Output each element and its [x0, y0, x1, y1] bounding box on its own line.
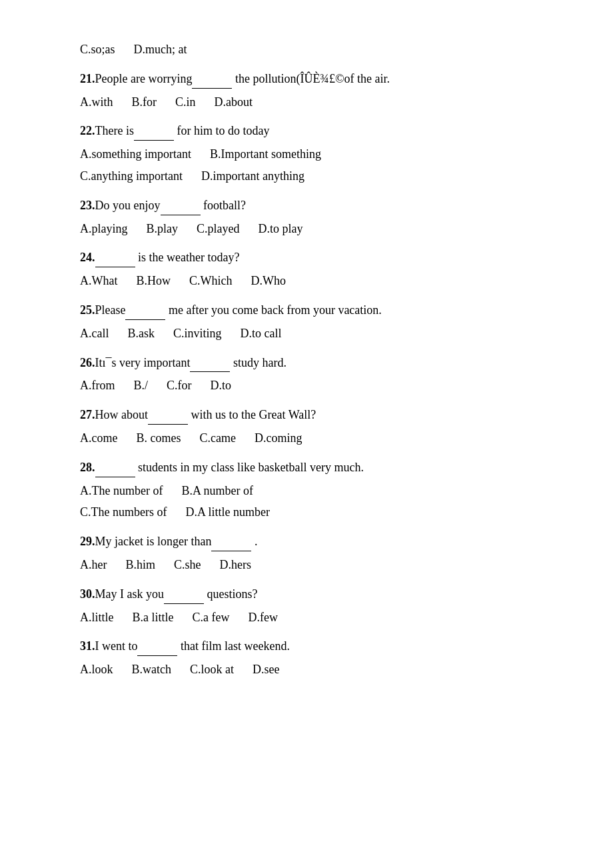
option-0-0-3: D.about — [215, 93, 253, 112]
question-after-text-5: study hard. — [233, 356, 287, 369]
option-9-0-0: A.little — [80, 608, 114, 627]
question-number-1: 22. — [80, 124, 95, 137]
question-number-10: 31. — [80, 639, 95, 653]
question-text-5: 26.Itı¯s very important study hard. — [80, 353, 546, 373]
option-1-1-0: C.anything important — [80, 167, 183, 186]
question-number-3: 24. — [80, 251, 95, 264]
option-7-0-0: A.The number of — [80, 481, 163, 501]
option-10-0-0: A.look — [80, 660, 113, 679]
blank-4 — [125, 300, 165, 320]
question-31: 31.I went to that film last weekend.A.lo… — [80, 636, 546, 679]
options-row-1-0: A.something importantB.Important somethi… — [80, 145, 546, 164]
question-number-0: 21. — [80, 72, 95, 85]
blank-1 — [134, 121, 174, 141]
option-8-0-0: A.her — [80, 555, 107, 575]
option-2-0-0: A.playing — [80, 219, 128, 239]
blank-8 — [211, 531, 251, 551]
options-row-7-1: C.The numbers ofD.A little number — [80, 503, 546, 522]
option-6-0-0: A.come — [80, 429, 117, 448]
question-text-6: 27.How about with us to the Great Wall? — [80, 405, 546, 425]
option-2-0-1: B.play — [147, 219, 179, 239]
option-2-0-2: C.played — [197, 219, 240, 239]
option-7-0-1: B.A number of — [181, 481, 253, 501]
options-row-2-0: A.playingB.playC.playedD.to play — [80, 219, 546, 239]
question-after-text-10: that film last weekend. — [181, 639, 290, 653]
option-8-0-1: B.him — [125, 555, 155, 575]
question-after-text-3: is the weather today? — [138, 251, 239, 264]
option-4-0-1: B.ask — [127, 324, 155, 343]
option-1-0-0: A.something important — [80, 145, 191, 164]
options-row-10-0: A.lookB.watchC.look atD.see — [80, 660, 546, 679]
options-row-4-0: A.callB.askC.invitingD.to call — [80, 324, 546, 343]
option-6-0-1: B. comes — [136, 429, 181, 448]
option-6-0-2: C.came — [199, 429, 235, 448]
blank-0 — [192, 69, 232, 89]
option-6-0-3: D.coming — [255, 429, 303, 448]
option-7-1-1: D.A little number — [185, 503, 269, 522]
option-3-0-0: A.What — [80, 271, 117, 291]
options-row-7-0: A.The number ofB.A number of — [80, 481, 546, 501]
option-1-0-1: B.Important something — [210, 145, 321, 164]
question-after-text-2: football? — [203, 199, 246, 212]
option-9-0-1: B.a little — [133, 608, 174, 627]
option-10-0-2: C.look at — [190, 660, 234, 679]
question-text-8: 29.My jacket is longer than . — [80, 531, 546, 551]
question-text-10: 31.I went to that film last weekend. — [80, 636, 546, 656]
option-8-0-3: D.hers — [220, 555, 252, 575]
option-5-0-1: B./ — [134, 376, 149, 395]
question-22: 22.There is for him to do todayA.somethi… — [80, 121, 546, 185]
option-10-0-3: D.see — [253, 660, 279, 679]
option-0-0-2: C.in — [175, 93, 196, 112]
option-0-0-0: A.with — [80, 93, 113, 112]
options-row-3-0: A.WhatB.HowC.WhichD.Who — [80, 271, 546, 291]
question-number-2: 23. — [80, 199, 95, 212]
question-27: 27.How about with us to the Great Wall?A… — [80, 405, 546, 448]
option-8-0-2: C.she — [174, 555, 201, 575]
option-4-0-2: C.inviting — [173, 324, 222, 343]
option-3-0-3: D.Who — [251, 271, 287, 291]
blank-2 — [161, 195, 201, 215]
question-after-text-0: the pollution(ÎÛÈ¾£©of the air. — [235, 72, 390, 85]
question-text-0: 21.People are worrying the pollution(ÎÛÈ… — [80, 69, 546, 89]
options-row-8-0: A.herB.himC.sheD.hers — [80, 555, 546, 575]
intro-option-c: C.so;as — [80, 40, 115, 59]
question-text-4: 25.Please me after you come back from yo… — [80, 300, 546, 320]
question-text-2: 23.Do you enjoy football? — [80, 195, 546, 215]
options-row-0-0: A.withB.forC.inD.about — [80, 93, 546, 112]
option-1-1-1: D.important anything — [201, 167, 305, 186]
question-24: 24. is the weather today?A.WhatB.HowC.Wh… — [80, 247, 546, 291]
question-28: 28. students in my class like basketball… — [80, 457, 546, 522]
options-row-6-0: A.comeB. comesC.cameD.coming — [80, 429, 546, 448]
option-5-0-3: D.to — [211, 376, 232, 395]
question-text-1: 22.There is for him to do today — [80, 121, 546, 141]
option-4-0-0: A.call — [80, 324, 109, 343]
intro-option-d: D.much; at — [134, 40, 187, 59]
blank-7 — [95, 457, 135, 477]
intro-line: C.so;as D.much; at — [80, 40, 546, 59]
option-0-0-1: B.for — [132, 93, 157, 112]
option-9-0-2: C.a few — [193, 608, 230, 627]
options-row-9-0: A.littleB.a littleC.a fewD.few — [80, 608, 546, 627]
question-29: 29.My jacket is longer than .A.herB.himC… — [80, 531, 546, 575]
question-23: 23.Do you enjoy football?A.playingB.play… — [80, 195, 546, 239]
question-number-7: 28. — [80, 461, 95, 474]
question-after-text-4: me after you come back from your vacatio… — [169, 303, 382, 317]
question-number-4: 25. — [80, 303, 95, 317]
question-text-9: 30.May I ask you questions? — [80, 584, 546, 604]
blank-3 — [95, 247, 135, 267]
question-after-text-7: students in my class like basketball ver… — [138, 461, 364, 474]
question-number-6: 27. — [80, 408, 95, 421]
blank-10 — [137, 636, 177, 656]
option-10-0-1: B.watch — [132, 660, 171, 679]
question-26: 26.Itı¯s very important study hard.A.fro… — [80, 353, 546, 396]
blank-5 — [190, 353, 230, 373]
option-5-0-2: C.for — [167, 376, 192, 395]
option-2-0-3: D.to play — [259, 219, 303, 239]
option-7-1-0: C.The numbers of — [80, 503, 167, 522]
option-9-0-3: D.few — [248, 608, 277, 627]
question-after-text-9: questions? — [207, 587, 257, 601]
question-21: 21.People are worrying the pollution(ÎÛÈ… — [80, 69, 546, 112]
question-text-7: 28. students in my class like basketball… — [80, 457, 546, 477]
question-number-9: 30. — [80, 587, 95, 601]
option-4-0-3: D.to call — [241, 324, 282, 343]
